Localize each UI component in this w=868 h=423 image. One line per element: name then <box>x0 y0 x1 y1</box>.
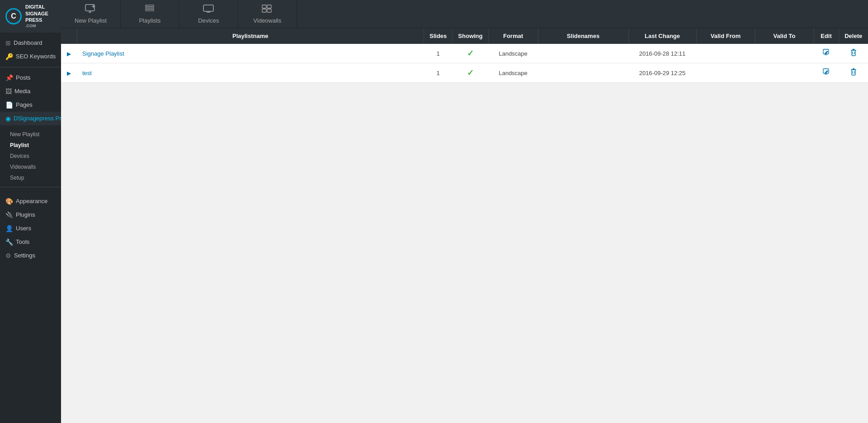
sidebar-label-seo: SEO Keywords <box>16 53 56 60</box>
sidebar-subitem-setup[interactable]: Setup <box>0 172 61 183</box>
table-row: ▶ test 1 ✓ Landscape 2016-09-29 12:25 <box>61 63 868 83</box>
row-format-1: Landscape <box>488 63 538 83</box>
row-slides-1: 1 <box>424 63 453 83</box>
logo-icon: C <box>5 8 22 24</box>
svg-rect-24 <box>852 70 855 75</box>
table-body: ▶ Signage Playlist 1 ✓ Landscape 2016-09… <box>61 44 868 83</box>
row-delete-1[interactable] <box>839 63 868 83</box>
row-validfrom-0 <box>696 44 755 63</box>
seo-icon: 🔑 <box>5 53 13 60</box>
delete-icon-1[interactable] <box>850 70 857 77</box>
sidebar-item-settings[interactable]: ⚙ Settings <box>0 249 61 262</box>
sidebar-label-tools: Tools <box>16 238 29 245</box>
sidebar-item-pages[interactable]: 📄 Pages <box>0 98 61 112</box>
row-expand-0[interactable]: ▶ <box>61 44 77 63</box>
svg-rect-11 <box>262 5 266 8</box>
new-playlist-icon <box>85 4 96 15</box>
expand-arrow-icon-0[interactable]: ▶ <box>67 51 71 57</box>
row-validto-0 <box>755 44 814 63</box>
delete-icon-0[interactable] <box>850 50 857 58</box>
col-header-lastchange: Last Change <box>628 28 696 44</box>
row-validfrom-1 <box>696 63 755 83</box>
sidebar-label-users: Users <box>16 225 31 232</box>
posts-icon: 📌 <box>5 74 13 81</box>
sidebar-divider-2 <box>0 187 61 187</box>
col-header-showing: Showing <box>453 28 488 44</box>
sidebar-label-pages: Pages <box>16 101 33 108</box>
sidebar-plugin-nav: New Playlist Playlist Devices Videowalls… <box>0 129 61 183</box>
appearance-icon: 🎨 <box>5 198 13 205</box>
sidebar-subitem-playlist[interactable]: Playlist <box>0 140 61 151</box>
col-header-name: Playlistname <box>77 28 424 44</box>
sidebar-item-media[interactable]: 🖼 Media <box>0 85 61 98</box>
topnav-devices-label: Devices <box>198 17 219 24</box>
sidebar-subitem-videowalls[interactable]: Videowalls <box>0 162 61 172</box>
row-edit-1[interactable] <box>814 63 839 83</box>
table-header-row: Playlistname Slides Showing Format Slide… <box>61 28 868 44</box>
edit-icon-1[interactable] <box>823 69 830 77</box>
sidebar-item-plugins[interactable]: 🔌 Plugins <box>0 208 61 222</box>
edit-icon-0[interactable] <box>823 50 830 57</box>
sidebar-item-posts[interactable]: 📌 Posts <box>0 71 61 85</box>
sidebar-item-seo[interactable]: 🔑 SEO Keywords <box>0 50 61 63</box>
col-header-slidenames: Slidenames <box>538 28 628 44</box>
topnav-new-playlist-label: New Playlist <box>75 17 107 24</box>
svg-rect-17 <box>852 50 855 56</box>
sidebar-label-plugins: Plugins <box>16 211 35 218</box>
main-area: New Playlist Playlists Devices <box>61 0 868 423</box>
row-edit-0[interactable] <box>814 44 839 63</box>
col-header-validfrom: Valid From <box>696 28 755 44</box>
topnav-new-playlist[interactable]: New Playlist <box>61 0 121 28</box>
svg-rect-12 <box>267 5 271 8</box>
topnav-devices[interactable]: Devices <box>179 0 238 28</box>
row-delete-0[interactable] <box>839 44 868 63</box>
sidebar-item-appearance[interactable]: 🎨 Appearance <box>0 195 61 208</box>
topnav-playlists-label: Playlists <box>139 17 160 24</box>
col-header-expand <box>61 28 77 44</box>
showing-check-icon: ✓ <box>467 49 474 58</box>
logo-text: DigitalSignagePress.com <box>25 4 48 29</box>
sidebar-item-dashboard[interactable]: ⊞ Dashboard <box>0 36 61 50</box>
svg-rect-7 <box>146 5 154 6</box>
dsignage-icon: ◉ <box>5 115 11 122</box>
showing-check-icon: ✓ <box>467 68 474 77</box>
row-validto-1 <box>755 63 814 83</box>
topnav-videowalls[interactable]: Videowalls <box>238 0 297 28</box>
content-area: Playlistname Slides Showing Format Slide… <box>61 28 868 423</box>
plugins-icon: 🔌 <box>5 211 13 219</box>
playlists-table: Playlistname Slides Showing Format Slide… <box>61 28 868 83</box>
sidebar-label-appearance: Appearance <box>16 198 47 204</box>
row-name-1[interactable]: test <box>77 63 424 83</box>
sidebar-main-nav: ⊞ Dashboard 🔑 SEO Keywords 📌 Posts 🖼 Med… <box>0 33 61 129</box>
sidebar-label-dashboard: Dashboard <box>14 39 42 46</box>
row-lastchange-0: 2016-09-28 12:11 <box>628 44 696 63</box>
expand-arrow-icon-1[interactable]: ▶ <box>67 70 71 76</box>
sidebar: C DigitalSignagePress.com ⊞ Dashboard 🔑 … <box>0 0 61 423</box>
sidebar-label-posts: Posts <box>16 74 31 81</box>
sidebar-label-settings: Settings <box>14 252 35 259</box>
sidebar-item-dsignage[interactable]: ◉ DSignagepress Pro <box>0 112 61 125</box>
row-lastchange-1: 2016-09-29 12:25 <box>628 63 696 83</box>
sidebar-item-tools[interactable]: 🔧 Tools <box>0 235 61 249</box>
top-nav: New Playlist Playlists Devices <box>61 0 868 28</box>
devices-icon <box>203 4 214 15</box>
svg-rect-8 <box>203 5 213 11</box>
row-name-0[interactable]: Signage Playlist <box>77 44 424 63</box>
sidebar-subitem-devices[interactable]: Devices <box>0 151 61 162</box>
row-slidenames-1 <box>538 63 628 83</box>
media-icon: 🖼 <box>5 88 12 95</box>
svg-rect-5 <box>146 7 154 9</box>
tools-icon: 🔧 <box>5 238 13 246</box>
sidebar-divider-1 <box>0 67 61 67</box>
col-header-format: Format <box>488 28 538 44</box>
topnav-playlists[interactable]: Playlists <box>121 0 179 28</box>
sidebar-subitem-new-playlist[interactable]: New Playlist <box>0 129 61 140</box>
playlists-icon <box>144 4 155 15</box>
pages-icon: 📄 <box>5 101 13 109</box>
sidebar-item-users[interactable]: 👤 Users <box>0 222 61 235</box>
sidebar-label-dsignage: DSignagepress Pro <box>14 115 61 122</box>
col-header-delete: Delete <box>839 28 868 44</box>
row-showing-1: ✓ <box>453 63 488 83</box>
row-expand-1[interactable]: ▶ <box>61 63 77 83</box>
row-slides-0: 1 <box>424 44 453 63</box>
